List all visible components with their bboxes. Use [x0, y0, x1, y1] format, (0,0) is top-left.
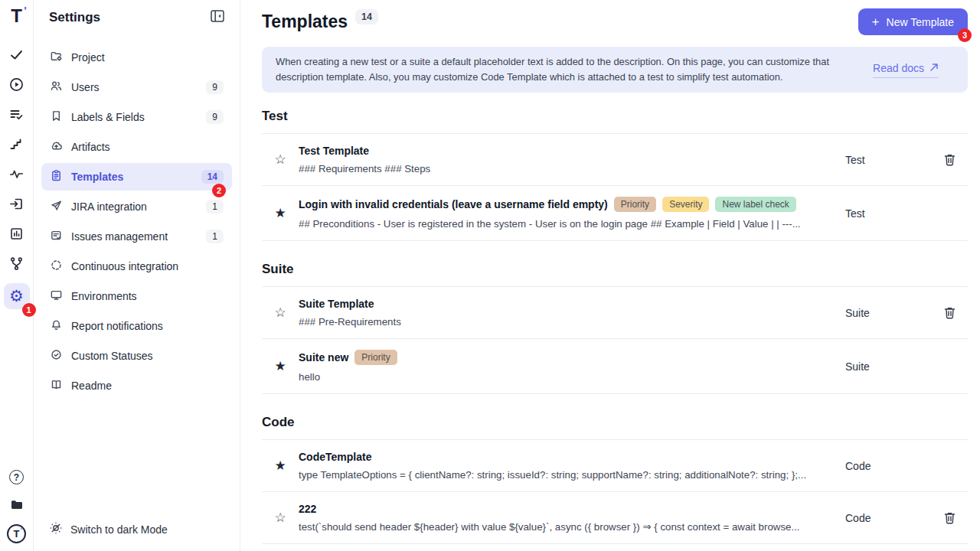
template-row[interactable]: ☆ Test Template ### Requirements ### Ste… [262, 133, 968, 185]
template-type: Code [845, 512, 931, 524]
settings-menu: Project Users 9 Labels & Fields 9 Artifa… [34, 44, 240, 399]
sidebar-item-readme[interactable]: Readme [41, 372, 232, 399]
branches-icon[interactable] [9, 256, 24, 271]
ci-icon [50, 259, 63, 274]
template-type: Code [845, 460, 931, 472]
template-description: ## Preconditions - User is registered in… [299, 218, 838, 230]
template-description: ### Pre-Requirements [299, 316, 838, 328]
template-description: type TemplateOptions = { clientName?: st… [299, 469, 838, 481]
steps-icon[interactable] [9, 137, 24, 152]
template-description: test(`should send header ${header} with … [299, 521, 838, 533]
info-banner: When creating a new test or a suite a de… [262, 47, 968, 93]
template-description: ### Requirements ### Steps [299, 163, 838, 174]
analytics-icon[interactable] [9, 227, 24, 241]
monitor-icon [50, 289, 63, 304]
tests-check-icon[interactable] [9, 47, 24, 62]
cloud-upload-icon [50, 139, 63, 155]
sidebar-item-label: Issues management [71, 230, 168, 243]
star-icon[interactable]: ☆ [262, 511, 299, 524]
projects-folder-icon[interactable] [9, 497, 24, 511]
sidebar-item-label: Artifacts [71, 141, 110, 153]
sidebar-item-environments[interactable]: Environments [41, 282, 232, 310]
template-type: Suite [845, 360, 931, 373]
sidebar-item-label: Continuous integration [71, 260, 178, 272]
sidebar-item-label: JIRA integration [71, 201, 147, 213]
sidebar-item-continuous-integration[interactable]: Continuous integration [41, 253, 232, 280]
template-row[interactable]: ☆ Suite Template ### Pre-Requirements Su… [262, 286, 968, 338]
help-icon[interactable]: ? [9, 470, 24, 484]
users-icon [50, 80, 63, 95]
sidebar-item-project[interactable]: Project [41, 44, 232, 71]
label-bookmark-icon [50, 109, 63, 125]
template-description: hello [299, 371, 838, 383]
sidebar-item-custom-statuses[interactable]: Custom Statuses [41, 342, 232, 370]
template-title: Suite new [299, 351, 348, 364]
label-badge: Priority [614, 197, 656, 212]
star-icon[interactable]: ☆ [262, 153, 299, 166]
delete-icon[interactable] [944, 511, 956, 524]
star-icon-filled[interactable]: ★ [262, 459, 299, 472]
code-template-list: ★ CodeTemplate type TemplateOptions = { … [262, 439, 968, 544]
app-logo[interactable]: T' [11, 6, 22, 26]
sidebar-item-jira-integration[interactable]: JIRA integration 1 [41, 193, 232, 220]
sidebar-item-label: Readme [71, 380, 112, 392]
profile-avatar[interactable]: T' [7, 524, 26, 543]
label-badge: New label check [715, 197, 795, 212]
new-template-button[interactable]: + New Template 3 [858, 8, 968, 35]
dark-mode-toggle[interactable]: Switch to dark Mode [34, 521, 240, 537]
template-type: Suite [845, 307, 931, 319]
templates-clipboard-icon [50, 169, 63, 184]
template-row[interactable]: ☆ 222 test(`should send header ${header}… [262, 491, 968, 543]
delete-icon[interactable] [944, 306, 956, 319]
new-template-label: New Template [887, 16, 954, 28]
template-type: Test [845, 154, 931, 166]
project-folder-icon [50, 50, 63, 65]
sidebar-item-users[interactable]: Users 9 [41, 73, 232, 101]
plan-list-icon[interactable] [9, 107, 24, 122]
sidebar-item-artifacts[interactable]: Artifacts [41, 133, 232, 161]
sidebar-item-label: Project [71, 51, 105, 64]
sidebar-item-templates[interactable]: Templates 14 2 [41, 163, 232, 191]
external-arrow-icon [929, 62, 939, 74]
template-row[interactable]: ★ Login with invalid credentials (leave … [262, 185, 968, 240]
section-heading-suite: Suite [262, 262, 968, 277]
annotation-badge-3: 3 [958, 28, 972, 42]
sun-icon [49, 521, 63, 537]
item-count-badge: 1 [206, 230, 224, 243]
import-icon[interactable] [9, 197, 24, 211]
template-row[interactable]: ★ CodeTemplate type TemplateOptions = { … [262, 439, 968, 491]
issues-card-icon [50, 229, 63, 244]
item-count-badge: 9 [206, 110, 224, 124]
sidebar-item-issues-management[interactable]: Issues management 1 [41, 223, 232, 250]
pulse-icon[interactable] [9, 167, 24, 181]
read-docs-link[interactable]: Read docs [873, 62, 939, 78]
template-title: Suite Template [299, 298, 374, 310]
sidebar-item-label: Users [71, 81, 100, 93]
delete-icon[interactable] [944, 153, 956, 166]
dark-mode-label: Switch to dark Mode [70, 523, 168, 536]
sidebar-item-labels-fields[interactable]: Labels & Fields 9 [41, 103, 232, 131]
star-icon-filled[interactable]: ★ [262, 360, 299, 373]
star-icon[interactable]: ☆ [262, 306, 299, 319]
settings-gear-icon[interactable]: ⚙ 1 [4, 283, 30, 309]
sidebar-title: Settings [49, 10, 100, 25]
section-heading-code: Code [262, 415, 968, 430]
item-count-badge: 14 [201, 170, 224, 184]
star-icon-filled[interactable]: ★ [262, 207, 299, 220]
bell-icon [50, 318, 63, 334]
annotation-badge-1: 1 [22, 303, 36, 317]
collapse-panel-icon[interactable] [211, 10, 224, 25]
sidebar-item-label: Labels & Fields [71, 111, 145, 123]
annotation-badge-2: 2 [212, 184, 226, 197]
runs-play-icon[interactable] [9, 77, 24, 92]
section-heading-test: Test [262, 109, 968, 124]
template-row[interactable]: ★ Suite new Priority hello Suite [262, 338, 968, 393]
read-docs-label: Read docs [873, 62, 924, 74]
sidebar-item-report-notifications[interactable]: Report notifications [41, 312, 232, 340]
template-title: Test Template [299, 145, 369, 157]
plus-icon: + [872, 15, 880, 28]
jira-icon [50, 199, 63, 214]
item-count-badge: 9 [206, 80, 224, 94]
sidebar-item-label: Environments [71, 290, 137, 302]
check-circle-icon [50, 348, 63, 364]
